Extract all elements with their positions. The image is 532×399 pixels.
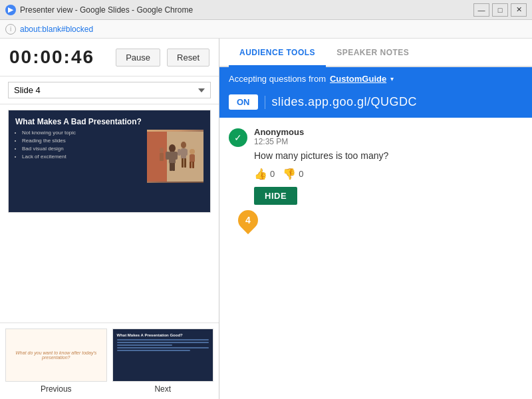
- bullet-1: Not knowing your topic: [22, 130, 142, 136]
- qa-details: Anonymous 12:35 PM How many pictures is …: [254, 127, 523, 205]
- next-slide-preview: What Makes A Presentation Good?: [112, 329, 214, 382]
- custom-guide-link[interactable]: CustomGuide: [330, 74, 386, 84]
- accepting-dropdown-icon[interactable]: ▾: [390, 75, 394, 82]
- tab-speaker-notes[interactable]: SPEAKER NOTES: [326, 39, 420, 67]
- thumbs-down-icon: 👎: [283, 168, 296, 180]
- bullet-3: Bad visual design: [22, 146, 142, 152]
- slide-bullets: Not knowing your topic Reading the slide…: [15, 130, 142, 183]
- title-bar: ▶ Presenter view - Google Slides - Googl…: [0, 0, 532, 20]
- prev-slide-text: What do you want to know after today's p…: [11, 350, 101, 360]
- qa-user-name: Anonymous: [254, 127, 523, 137]
- main-content: 00:00:46 Pause Reset Slide 1 Slide 2 Sli…: [0, 39, 532, 399]
- left-panel-inner: 00:00:46 Pause Reset Slide 1 Slide 2 Sli…: [0, 39, 219, 399]
- audience-content: Accepting questions from CustomGuide ▾ O…: [219, 67, 532, 399]
- thumbs-up-count: 0: [270, 169, 275, 179]
- thumb-line-1: [117, 339, 209, 340]
- next-slide-bg: What Makes A Presentation Good?: [113, 329, 213, 381]
- slide-selector[interactable]: Slide 1 Slide 2 Slide 3 Slide 4 Slide 5: [8, 82, 211, 98]
- left-panel: 00:00:46 Pause Reset Slide 1 Slide 2 Sli…: [0, 39, 219, 399]
- svg-rect-7: [172, 163, 175, 171]
- title-bar-controls: — □ ✕: [473, 3, 527, 17]
- app-icon: ▶: [5, 5, 16, 15]
- svg-rect-15: [190, 154, 195, 162]
- thumb-line-5: [117, 350, 191, 351]
- thumbs-up-vote: 👍 0: [254, 168, 275, 180]
- accepting-text: Accepting questions from: [229, 74, 326, 84]
- thumb-line-3: [117, 344, 172, 346]
- next-slide-lines: [117, 339, 209, 351]
- next-slide-title: What Makes A Presentation Good?: [117, 333, 209, 337]
- svg-rect-4: [166, 152, 170, 160]
- slides-url: slides.app.goo.gl/QUGDC: [272, 95, 418, 109]
- svg-rect-17: [192, 162, 194, 168]
- thumbs-up-icon: 👍: [254, 168, 267, 180]
- info-icon: i: [5, 24, 16, 35]
- reset-button[interactable]: Reset: [167, 49, 209, 66]
- right-panel: AUDIENCE TOOLS SPEAKER NOTES Accepting q…: [219, 39, 532, 399]
- thumbs-down-vote: 👎 0: [283, 168, 303, 180]
- toggle-on[interactable]: ON: [229, 94, 258, 110]
- thumb-line-2: [117, 342, 209, 343]
- svg-rect-16: [190, 162, 192, 168]
- svg-rect-11: [184, 149, 188, 156]
- accepting-bar: Accepting questions from CustomGuide ▾: [219, 67, 532, 90]
- previous-label: Previous: [41, 384, 72, 394]
- tab-audience-tools[interactable]: AUDIENCE TOOLS: [229, 39, 326, 67]
- prev-slide-bg: What do you want to know after today's p…: [6, 329, 106, 381]
- address-bar: i about:blank#blocked: [0, 20, 532, 39]
- title-bar-text: Presenter view - Google Slides - Google …: [20, 5, 473, 15]
- tabs-row: AUDIENCE TOOLS SPEAKER NOTES: [219, 39, 532, 67]
- next-slide-item[interactable]: What Makes A Presentation Good? Next: [112, 329, 214, 394]
- slide-preview-content: Not knowing your topic Reading the slide…: [9, 130, 210, 183]
- svg-rect-1: [147, 132, 167, 182]
- bullet-2: Reading the slides: [22, 138, 142, 144]
- bullet-4: Lack of excitement: [22, 154, 142, 160]
- toggle-divider: [265, 96, 265, 109]
- svg-rect-12: [182, 158, 184, 168]
- address-url: about:blank#blocked: [20, 25, 93, 34]
- slide-preview-image: [147, 130, 203, 183]
- qa-section: ✓ Anonymous 12:35 PM How many pictures i…: [219, 118, 532, 239]
- slide-preview-main: What Makes A Bad Presentation? Not knowi…: [8, 110, 211, 213]
- thumb-line-4: [117, 347, 209, 348]
- timer-row: 00:00:46 Pause Reset: [0, 39, 219, 76]
- thumb-nav: What do you want to know after today's p…: [0, 323, 219, 399]
- qa-badge-number: 4: [245, 215, 251, 225]
- qa-item: ✓ Anonymous 12:35 PM How many pictures i…: [229, 127, 523, 205]
- url-bar: ON slides.app.goo.gl/QUGDC: [219, 90, 532, 118]
- svg-rect-6: [170, 163, 172, 171]
- timer-display: 00:00:46: [9, 47, 109, 68]
- svg-rect-13: [184, 158, 186, 168]
- previous-slide-preview: What do you want to know after today's p…: [5, 329, 107, 382]
- next-label: Next: [154, 384, 171, 394]
- qa-question: How many pictures is too many?: [254, 150, 523, 161]
- previous-slide-item[interactable]: What do you want to know after today's p…: [5, 329, 107, 394]
- pause-button[interactable]: Pause: [116, 49, 160, 66]
- hide-button[interactable]: HIDE: [254, 187, 297, 205]
- svg-rect-19: [160, 153, 164, 161]
- svg-rect-5: [174, 152, 178, 160]
- qa-badge: 4: [234, 206, 262, 234]
- svg-point-14: [190, 149, 195, 154]
- qa-votes: 👍 0 👎 0: [254, 168, 523, 180]
- maximize-button[interactable]: □: [492, 3, 508, 17]
- slide-preview-title: What Makes A Bad Presentation?: [9, 110, 210, 130]
- svg-rect-10: [178, 149, 181, 156]
- qa-check-icon: ✓: [229, 128, 247, 147]
- svg-point-18: [160, 148, 164, 153]
- qa-time: 12:35 PM: [254, 137, 523, 146]
- people-svg: [147, 132, 203, 182]
- close-button[interactable]: ✕: [511, 3, 527, 17]
- minimize-button[interactable]: —: [473, 3, 489, 17]
- svg-point-8: [181, 142, 186, 148]
- slide-selector-row: Slide 1 Slide 2 Slide 3 Slide 4 Slide 5: [0, 76, 219, 104]
- thumbs-down-count: 0: [299, 169, 303, 179]
- image-placeholder: [147, 130, 203, 183]
- svg-point-2: [169, 144, 176, 152]
